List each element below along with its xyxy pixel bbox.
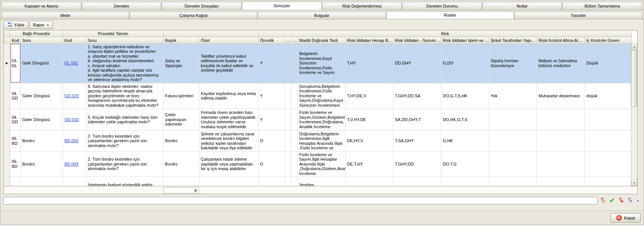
col-header-baslik[interactable]: Başlık (164, 37, 199, 43)
cell-ellipsis-1[interactable] (285, 151, 291, 177)
row-selector[interactable] (4, 83, 10, 109)
scrollbar-thumb[interactable] (631, 50, 637, 107)
cell-risk-sunum[interactable]: T,GHY,DD (393, 151, 441, 177)
cell-riski-kontrol[interactable] (537, 109, 585, 130)
report-button[interactable]: Rapor ▼ (29, 21, 53, 29)
table-row[interactable]: İşletmenin faaliyet gösterdiği sektör ha… (4, 177, 632, 187)
cell-ic-kontrol[interactable]: düşük (585, 83, 632, 109)
edit-filter-button[interactable] (599, 197, 607, 204)
cell-risk-hesap[interactable]: V,DE,T,HY (346, 177, 393, 187)
cell-ic-kontrol[interactable] (585, 177, 632, 187)
cell-bagli-soru[interactable]: Gider Döngüsü (21, 83, 63, 109)
cell-bagli-soru[interactable]: Gider Döngüsü (21, 109, 63, 130)
col-header-prosedur-kod[interactable]: Kod (63, 37, 86, 43)
cell-ozet[interactable]: Kayıtlar kaybolmuş veya imha edilmiş ola… (199, 83, 259, 109)
cell-bagli-kod[interactable]: 04. GD (10, 83, 21, 109)
cell-ozet[interactable] (199, 177, 259, 187)
cell-bagli-kod[interactable]: 04. GD (10, 109, 21, 130)
subtab-calisma-kagidi[interactable]: Çalışma Kağıdı (130, 12, 257, 19)
tab-denetim-dosyalari[interactable]: Denetim Dosyaları (162, 2, 242, 10)
cell-risk-sunum[interactable]: T,GHY,DD,SA (393, 83, 441, 109)
cell-ellipsis-2[interactable] (291, 177, 298, 187)
cell-riski-kontrol[interactable]: Muhasebe departmanı (537, 83, 585, 109)
cell-ellipsis-2[interactable] (291, 109, 298, 130)
group-header-prosedur-tanimi[interactable]: Prosedür Tanımı (63, 31, 164, 37)
col-header-prosedur-soru[interactable]: Soru (86, 37, 164, 43)
subtab-bulgular[interactable]: Bulgular (258, 12, 385, 19)
tab-denetim[interactable]: Denetim (82, 2, 162, 10)
row-selector[interactable]: ▶ (4, 43, 10, 83)
cell-maddi-dogruluk[interactable]: Yeniden Hesaplama,Fiziki İnceleme ve Say… (298, 177, 346, 187)
col-header-risk-sunum[interactable]: Risk İddiaları - Sunum ... (393, 37, 441, 43)
cell-ic-kontrol[interactable] (585, 109, 632, 130)
procedure-code-link[interactable]: GD.033 (64, 117, 79, 122)
cell-prosedur-kod[interactable]: BD.003 (63, 130, 86, 151)
filter-options-button[interactable] (626, 197, 634, 204)
cell-prosedur-soru[interactable]: 1. Satış siparişlerinin kabulüne ve onay… (86, 43, 164, 83)
cell-sirket-onlem[interactable] (489, 177, 537, 187)
cell-bagli-soru[interactable] (21, 177, 63, 187)
cell-ic-kontrol[interactable]: Düşük (585, 43, 632, 83)
cell-prosedur-kod[interactable]: GD.023 (63, 83, 86, 109)
cell-maddi-dogruluk[interactable]: Fiziki İnceleme ve Sayım,İlgili Hesaplar… (298, 151, 346, 177)
cell-oncelik[interactable]: Y (259, 43, 285, 83)
cell-prosedur-soru[interactable]: 2. Tüm bordro kesintileri için çalışanla… (86, 151, 164, 177)
row-selector[interactable] (4, 177, 10, 187)
table-row[interactable]: 04. GD Gider Döngüsü GD.033 5. Küçük meb… (4, 109, 632, 130)
cell-maddi-dogruluk[interactable]: Fiziki İnceleme ve Sayım,Gözlem,Belgeler… (298, 109, 346, 130)
cell-riski-kontrol[interactable] (537, 177, 585, 187)
cell-ellipsis-2[interactable] (291, 43, 298, 83)
cell-risk-hesap[interactable]: T,V,HY,DE (346, 109, 393, 130)
cell-bagli-kod[interactable]: 03. GL (10, 43, 21, 83)
tab-notlar[interactable]: Notlar (482, 2, 562, 10)
tab-kapsam-ve-atama[interactable]: Kapsam ve Atama (2, 2, 81, 10)
cell-ellipsis-1[interactable] (285, 130, 291, 151)
cell-ic-kontrol[interactable] (585, 151, 632, 177)
cell-bagli-soru[interactable]: Gelir Döngüsü (21, 43, 63, 83)
cell-ic-kontrol[interactable] (585, 130, 632, 151)
scroll-up-icon[interactable]: ▲ (631, 44, 637, 50)
cell-sirket-onlem[interactable] (489, 109, 537, 130)
cell-ozet[interactable]: Firmada önem arzeden bazı ödemeler çekle… (199, 109, 259, 130)
col-header-ic-kontrol[interactable]: İç Kontrole Güven (585, 37, 632, 43)
load-button[interactable]: Yükle (3, 21, 28, 29)
cell-oncelik[interactable]: O (259, 130, 285, 151)
scroll-down-icon[interactable]: ▼ (631, 180, 637, 186)
subtab-metin[interactable]: Metin (2, 12, 129, 19)
cell-prosedur-soru[interactable]: İşletmenin faaliyet gösterdiği sektör ha… (86, 177, 164, 187)
filter-input[interactable] (3, 197, 598, 204)
cell-risk-sunum[interactable]: DD,GHY (393, 43, 441, 83)
cell-bagli-soru[interactable]: Bordro (21, 130, 63, 151)
cell-ellipsis-1[interactable] (285, 43, 291, 83)
col-header-bagli-soru[interactable]: Soru (21, 37, 63, 43)
cell-baslik[interactable]: Satış ve Siparişler (164, 43, 199, 83)
cell-baslik[interactable]: Fatura işlemleri (164, 83, 199, 109)
table-row[interactable]: ▶ 03. GL Gelir Döngüsü GL.001 1. Satış s… (4, 43, 632, 83)
cell-sirket-onlem[interactable]: Sipariş formları düzenleniyor (489, 43, 537, 83)
cell-ozet[interactable]: Çalışanlara hatalı ödeme yapılabilir vey… (199, 151, 259, 177)
cell-ozet[interactable]: Teklifler yönetimce kabul edilmeyecek fi… (199, 43, 259, 83)
col-header-bagli-kod[interactable]: Kod (10, 37, 21, 43)
col-header-maddi-dogruluk[interactable]: Maddi Doğruluk Testi (298, 37, 346, 43)
cell-prosedur-kod[interactable]: GD.033 (63, 109, 86, 130)
col-header-sirket[interactable]: Şirket Tarafından Yapı... (489, 37, 537, 43)
cell-risk-islem[interactable]: G,HK (441, 130, 489, 151)
col-header-risk-hesap[interactable]: Risk İddiaları Hesap B... (346, 37, 393, 43)
cell-prosedur-kod[interactable]: GL.001 (63, 43, 86, 83)
cell-risk-islem[interactable]: G,DO,T,S,HK (441, 177, 489, 187)
tab-sonuclar[interactable]: Sonuçlar (242, 2, 322, 10)
cell-baslik[interactable]: Bordro (164, 151, 199, 177)
row-selector[interactable] (4, 151, 10, 177)
apply-filter-button[interactable] (608, 197, 616, 204)
cell-ellipsis-2[interactable] (291, 151, 298, 177)
cell-sirket-onlem[interactable] (489, 130, 537, 151)
col-header-ozet[interactable]: Özet (199, 37, 259, 43)
cell-prosedur-soru[interactable]: 9. Satıcılara ilişkin ekstreler, vadesi … (86, 83, 164, 109)
cell-oncelik[interactable]: Y (259, 83, 285, 109)
cell-oncelik[interactable]: Y (259, 109, 285, 130)
cell-sirket-onlem[interactable]: Yok (489, 83, 537, 109)
cell-baslik[interactable]: Bordro (164, 130, 199, 151)
cell-maddi-dogruluk[interactable]: Belgelerin İncelenmesi,Kayıt Sürecinin İ… (298, 43, 346, 83)
group-header-bagli-prosedur[interactable]: Bağlı Prosedür (10, 31, 63, 37)
cell-ellipsis-2[interactable] (291, 130, 298, 151)
